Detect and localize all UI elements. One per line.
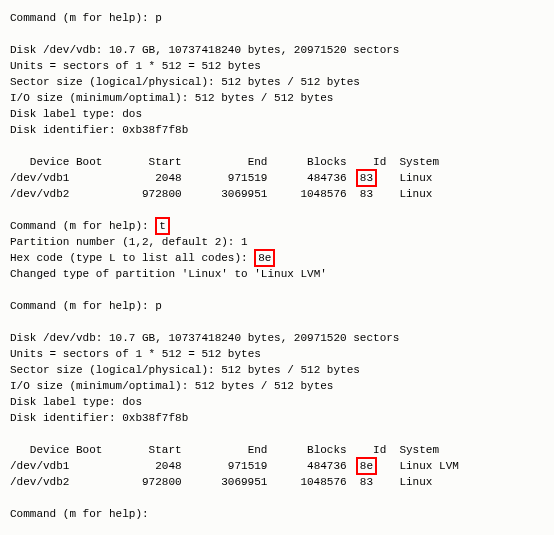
changed-line: Changed type of partition 'Linux' to 'Li… — [10, 266, 554, 282]
table-row: /dev/vdb2 972800 3069951 1048576 83 Linu… — [10, 474, 459, 490]
disk-line-3: Sector size (logical/physical): 512 byte… — [10, 74, 554, 90]
fdisk-prompt-4: Command (m for help): — [10, 506, 554, 522]
disk-line-4b: I/O size (minimum/optimal): 512 bytes / … — [10, 378, 554, 394]
hex-code-line: Hex code (type L to list all codes): 8e — [10, 250, 554, 266]
fdisk-prompt-2: Command (m for help): t — [10, 218, 554, 234]
disk-line-5: Disk label type: dos — [10, 106, 554, 122]
disk-line-6: Disk identifier: 0xb38f7f8b — [10, 122, 554, 138]
table-header: Device Boot Start End Blocks Id System — [10, 154, 446, 170]
table-row: /dev/vdb1 2048 971519 484736 8e Linux LV… — [10, 458, 459, 474]
cmd-p-1: p — [155, 12, 162, 24]
id-highlight: 83 — [356, 169, 377, 187]
partition-number-line: Partition number (1,2, default 2): 1 — [10, 234, 554, 250]
disk-line-1: Disk /dev/vdb: 10.7 GB, 10737418240 byte… — [10, 42, 554, 58]
cmd-t: t — [155, 217, 170, 235]
disk-line-3b: Sector size (logical/physical): 512 byte… — [10, 362, 554, 378]
disk-line-2: Units = sectors of 1 * 512 = 512 bytes — [10, 58, 554, 74]
disk-line-1b: Disk /dev/vdb: 10.7 GB, 10737418240 byte… — [10, 330, 554, 346]
disk-line-6b: Disk identifier: 0xb38f7f8b — [10, 410, 554, 426]
fdisk-prompt-3: Command (m for help): p — [10, 298, 554, 314]
partition-table-before: Device Boot Start End Blocks Id System /… — [10, 154, 446, 202]
disk-line-5b: Disk label type: dos — [10, 394, 554, 410]
table-header: Device Boot Start End Blocks Id System — [10, 442, 459, 458]
fdisk-prompt-1: Command (m for help): p — [10, 10, 554, 26]
id-highlight: 8e — [356, 457, 377, 475]
table-row: /dev/vdb2 972800 3069951 1048576 83 Linu… — [10, 186, 446, 202]
disk-line-4: I/O size (minimum/optimal): 512 bytes / … — [10, 90, 554, 106]
cmd-p-2: p — [155, 300, 162, 312]
partition-table-after: Device Boot Start End Blocks Id System /… — [10, 442, 459, 490]
hex-answer: 8e — [254, 249, 275, 267]
table-row: /dev/vdb1 2048 971519 484736 83 Linux — [10, 170, 446, 186]
disk-line-2b: Units = sectors of 1 * 512 = 512 bytes — [10, 346, 554, 362]
